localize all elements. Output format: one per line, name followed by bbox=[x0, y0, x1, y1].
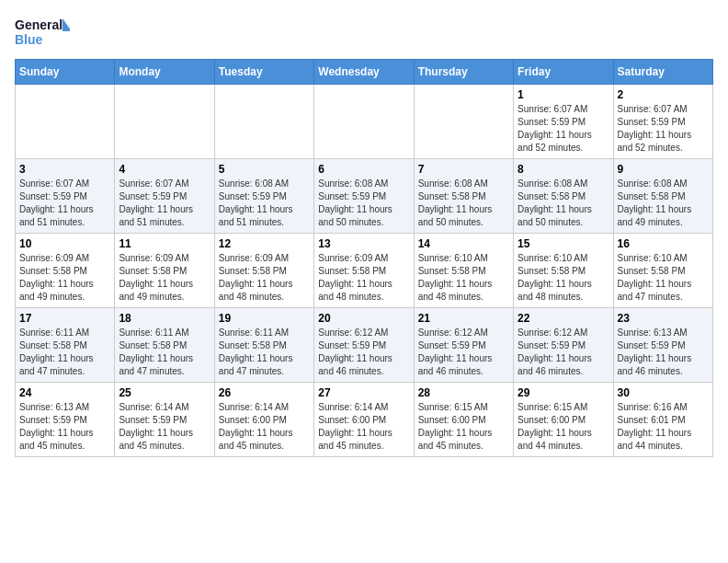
calendar-cell: 19Sunrise: 6:11 AM Sunset: 5:58 PM Dayli… bbox=[214, 308, 313, 383]
calendar-table: SundayMondayTuesdayWednesdayThursdayFrid… bbox=[15, 59, 713, 457]
day-info: Sunrise: 6:13 AM Sunset: 5:59 PM Dayligh… bbox=[19, 401, 110, 453]
calendar-week-row: 17Sunrise: 6:11 AM Sunset: 5:58 PM Dayli… bbox=[16, 308, 713, 383]
day-number: 9 bbox=[618, 163, 709, 176]
day-number: 10 bbox=[19, 237, 110, 250]
day-info: Sunrise: 6:07 AM Sunset: 5:59 PM Dayligh… bbox=[618, 103, 709, 155]
logo: General Blue bbox=[15, 15, 70, 48]
day-info: Sunrise: 6:07 AM Sunset: 5:59 PM Dayligh… bbox=[19, 178, 110, 229]
calendar-cell: 13Sunrise: 6:09 AM Sunset: 5:58 PM Dayli… bbox=[314, 234, 414, 308]
day-number: 26 bbox=[219, 386, 310, 399]
calendar-cell: 22Sunrise: 6:12 AM Sunset: 5:59 PM Dayli… bbox=[514, 308, 613, 383]
calendar-cell: 23Sunrise: 6:13 AM Sunset: 5:59 PM Dayli… bbox=[613, 308, 712, 383]
day-number: 12 bbox=[219, 237, 310, 250]
day-info: Sunrise: 6:09 AM Sunset: 5:58 PM Dayligh… bbox=[318, 252, 409, 304]
calendar-cell: 17Sunrise: 6:11 AM Sunset: 5:58 PM Dayli… bbox=[16, 308, 115, 383]
calendar-cell bbox=[115, 85, 214, 159]
weekday-header: Monday bbox=[115, 60, 214, 85]
calendar-cell: 5Sunrise: 6:08 AM Sunset: 5:59 PM Daylig… bbox=[214, 159, 313, 234]
calendar-cell: 14Sunrise: 6:10 AM Sunset: 5:58 PM Dayli… bbox=[414, 234, 513, 308]
day-number: 19 bbox=[219, 312, 310, 325]
weekday-header: Saturday bbox=[613, 60, 712, 85]
day-number: 3 bbox=[19, 163, 110, 176]
weekday-header: Tuesday bbox=[214, 60, 313, 85]
calendar-cell: 18Sunrise: 6:11 AM Sunset: 5:58 PM Dayli… bbox=[115, 308, 214, 383]
day-number: 18 bbox=[119, 312, 210, 325]
day-info: Sunrise: 6:13 AM Sunset: 5:59 PM Dayligh… bbox=[618, 327, 709, 378]
day-info: Sunrise: 6:08 AM Sunset: 5:58 PM Dayligh… bbox=[518, 178, 609, 229]
day-number: 15 bbox=[518, 237, 609, 250]
day-number: 16 bbox=[618, 237, 709, 250]
day-info: Sunrise: 6:10 AM Sunset: 5:58 PM Dayligh… bbox=[618, 252, 709, 304]
day-info: Sunrise: 6:07 AM Sunset: 5:59 PM Dayligh… bbox=[518, 103, 609, 155]
calendar-cell: 1Sunrise: 6:07 AM Sunset: 5:59 PM Daylig… bbox=[514, 85, 613, 159]
calendar-cell bbox=[414, 85, 513, 159]
day-info: Sunrise: 6:07 AM Sunset: 5:59 PM Dayligh… bbox=[119, 178, 210, 229]
day-info: Sunrise: 6:08 AM Sunset: 5:58 PM Dayligh… bbox=[618, 178, 709, 229]
svg-marker-2 bbox=[63, 18, 70, 31]
calendar-cell: 3Sunrise: 6:07 AM Sunset: 5:59 PM Daylig… bbox=[16, 159, 115, 234]
calendar-week-row: 10Sunrise: 6:09 AM Sunset: 5:58 PM Dayli… bbox=[16, 234, 713, 308]
day-number: 29 bbox=[518, 386, 609, 399]
day-number: 23 bbox=[618, 312, 709, 325]
calendar-cell: 9Sunrise: 6:08 AM Sunset: 5:58 PM Daylig… bbox=[613, 159, 712, 234]
day-info: Sunrise: 6:15 AM Sunset: 6:00 PM Dayligh… bbox=[418, 401, 509, 453]
day-info: Sunrise: 6:16 AM Sunset: 6:01 PM Dayligh… bbox=[618, 401, 709, 453]
day-number: 2 bbox=[618, 88, 709, 101]
day-info: Sunrise: 6:08 AM Sunset: 5:58 PM Dayligh… bbox=[418, 178, 509, 229]
day-info: Sunrise: 6:11 AM Sunset: 5:58 PM Dayligh… bbox=[119, 327, 210, 378]
calendar-cell: 24Sunrise: 6:13 AM Sunset: 5:59 PM Dayli… bbox=[16, 383, 115, 457]
day-number: 1 bbox=[518, 88, 609, 101]
day-info: Sunrise: 6:08 AM Sunset: 5:59 PM Dayligh… bbox=[219, 178, 310, 229]
calendar-cell: 10Sunrise: 6:09 AM Sunset: 5:58 PM Dayli… bbox=[16, 234, 115, 308]
day-number: 30 bbox=[618, 386, 709, 399]
calendar-cell: 27Sunrise: 6:14 AM Sunset: 6:00 PM Dayli… bbox=[314, 383, 414, 457]
svg-text:General: General bbox=[15, 17, 63, 32]
day-info: Sunrise: 6:08 AM Sunset: 5:59 PM Dayligh… bbox=[318, 178, 409, 229]
calendar-cell bbox=[16, 85, 115, 159]
day-number: 6 bbox=[318, 163, 409, 176]
day-info: Sunrise: 6:15 AM Sunset: 6:00 PM Dayligh… bbox=[518, 401, 609, 453]
day-number: 25 bbox=[119, 386, 210, 399]
day-number: 7 bbox=[418, 163, 509, 176]
day-info: Sunrise: 6:14 AM Sunset: 6:00 PM Dayligh… bbox=[219, 401, 310, 453]
calendar-week-row: 1Sunrise: 6:07 AM Sunset: 5:59 PM Daylig… bbox=[16, 85, 713, 159]
weekday-header: Wednesday bbox=[314, 60, 414, 85]
header: General Blue bbox=[15, 15, 713, 48]
svg-text:Blue: Blue bbox=[15, 32, 43, 47]
calendar-cell: 26Sunrise: 6:14 AM Sunset: 6:00 PM Dayli… bbox=[214, 383, 313, 457]
day-number: 13 bbox=[318, 237, 409, 250]
calendar-cell: 16Sunrise: 6:10 AM Sunset: 5:58 PM Dayli… bbox=[613, 234, 712, 308]
day-info: Sunrise: 6:09 AM Sunset: 5:58 PM Dayligh… bbox=[119, 252, 210, 304]
calendar-week-row: 3Sunrise: 6:07 AM Sunset: 5:59 PM Daylig… bbox=[16, 159, 713, 234]
weekday-header: Thursday bbox=[414, 60, 513, 85]
calendar-cell: 21Sunrise: 6:12 AM Sunset: 5:59 PM Dayli… bbox=[414, 308, 513, 383]
calendar-cell bbox=[214, 85, 313, 159]
calendar-cell: 15Sunrise: 6:10 AM Sunset: 5:58 PM Dayli… bbox=[514, 234, 613, 308]
day-info: Sunrise: 6:09 AM Sunset: 5:58 PM Dayligh… bbox=[219, 252, 310, 304]
calendar-cell: 11Sunrise: 6:09 AM Sunset: 5:58 PM Dayli… bbox=[115, 234, 214, 308]
day-number: 4 bbox=[119, 163, 210, 176]
calendar-cell: 8Sunrise: 6:08 AM Sunset: 5:58 PM Daylig… bbox=[514, 159, 613, 234]
calendar-cell: 29Sunrise: 6:15 AM Sunset: 6:00 PM Dayli… bbox=[514, 383, 613, 457]
calendar-cell: 7Sunrise: 6:08 AM Sunset: 5:58 PM Daylig… bbox=[414, 159, 513, 234]
calendar-cell: 28Sunrise: 6:15 AM Sunset: 6:00 PM Dayli… bbox=[414, 383, 513, 457]
day-info: Sunrise: 6:11 AM Sunset: 5:58 PM Dayligh… bbox=[19, 327, 110, 378]
calendar-cell: 4Sunrise: 6:07 AM Sunset: 5:59 PM Daylig… bbox=[115, 159, 214, 234]
day-number: 21 bbox=[418, 312, 509, 325]
day-info: Sunrise: 6:12 AM Sunset: 5:59 PM Dayligh… bbox=[518, 327, 609, 378]
day-info: Sunrise: 6:10 AM Sunset: 5:58 PM Dayligh… bbox=[418, 252, 509, 304]
day-info: Sunrise: 6:11 AM Sunset: 5:58 PM Dayligh… bbox=[219, 327, 310, 378]
calendar-week-row: 24Sunrise: 6:13 AM Sunset: 5:59 PM Dayli… bbox=[16, 383, 713, 457]
page: General Blue SundayMondayTuesdayWednesda… bbox=[0, 0, 728, 563]
day-number: 8 bbox=[518, 163, 609, 176]
day-number: 5 bbox=[219, 163, 310, 176]
day-info: Sunrise: 6:14 AM Sunset: 5:59 PM Dayligh… bbox=[119, 401, 210, 453]
calendar-cell: 25Sunrise: 6:14 AM Sunset: 5:59 PM Dayli… bbox=[115, 383, 214, 457]
calendar-cell: 30Sunrise: 6:16 AM Sunset: 6:01 PM Dayli… bbox=[613, 383, 712, 457]
weekday-header: Sunday bbox=[16, 60, 115, 85]
day-number: 14 bbox=[418, 237, 509, 250]
weekday-header: Friday bbox=[514, 60, 613, 85]
day-number: 27 bbox=[318, 386, 409, 399]
day-number: 24 bbox=[19, 386, 110, 399]
calendar-cell: 12Sunrise: 6:09 AM Sunset: 5:58 PM Dayli… bbox=[214, 234, 313, 308]
